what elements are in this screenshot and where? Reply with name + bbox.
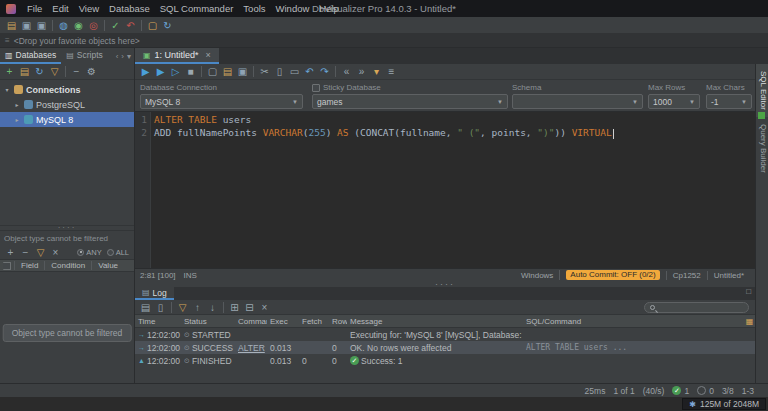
collapse-all-icon[interactable]: ⊟ [242, 300, 257, 314]
close-tab-icon[interactable]: × [206, 50, 211, 60]
tab-scripts[interactable]: ▤ Scripts [61, 48, 108, 64]
export-log-icon[interactable]: ▤ [138, 300, 153, 314]
open-icon[interactable]: ▤ [4, 18, 19, 32]
tree-item-connections[interactable]: ▾Connections [0, 82, 134, 97]
rollback-icon[interactable]: ↶ [123, 18, 138, 32]
line-ending-indicator[interactable]: Windows [515, 271, 559, 280]
sql-commander-icon[interactable]: ▢ [145, 18, 160, 32]
settings-icon[interactable]: ⚙ [84, 65, 99, 79]
next-statement-icon[interactable]: » [354, 65, 369, 79]
filter-column-field[interactable]: Field [14, 261, 44, 270]
tab-list-icon[interactable]: ▾ [127, 52, 131, 61]
log-column-status[interactable]: Status [181, 317, 235, 326]
expand-all-icon[interactable]: ⊞ [227, 300, 242, 314]
disconnect-icon[interactable]: ◎ [86, 18, 101, 32]
execute-icon[interactable]: ▶ [138, 65, 153, 79]
execute-current-icon[interactable]: ▶ [153, 65, 168, 79]
autocommit-badge[interactable]: Auto Commit: OFF (0/2) [566, 270, 659, 280]
bookmarks-icon[interactable]: ▾ [369, 65, 384, 79]
database-dropdown[interactable]: games ▼ [312, 94, 508, 109]
filter-select-all-checkbox[interactable] [3, 262, 11, 270]
tab-log[interactable]: ▤ Log [135, 287, 174, 300]
paste-icon[interactable]: ▭ [287, 65, 302, 79]
create-connection-icon[interactable]: + [2, 65, 17, 79]
remove-filter-icon[interactable]: − [18, 245, 33, 259]
format-sql-icon[interactable]: ≡ [384, 65, 399, 79]
code-line[interactable]: ADD fullNamePoints VARCHAR(255) AS (CONC… [154, 126, 614, 139]
menu-window[interactable]: Window [271, 3, 315, 14]
cut-icon[interactable]: ✂ [257, 65, 272, 79]
log-column-message[interactable]: Message [347, 317, 523, 326]
log-column-fetch[interactable]: Fetch [299, 317, 329, 326]
open-sql-icon[interactable]: ▤ [220, 65, 235, 79]
refresh-icon[interactable]: ↻ [160, 18, 175, 32]
create-connection-icon[interactable]: ◍ [56, 18, 71, 32]
log-search-input[interactable] [658, 303, 743, 312]
radio-any[interactable]: ANY [77, 248, 101, 257]
sticky-database-checkbox[interactable] [312, 84, 320, 92]
connection-dropdown[interactable]: MySQL 8 ▼ [140, 94, 303, 109]
menu-file[interactable]: File [22, 3, 47, 14]
tab-next-icon[interactable]: › [121, 52, 124, 61]
log-column-exec[interactable]: Exec [267, 317, 299, 326]
connect-icon[interactable]: ◉ [71, 18, 86, 32]
prev-statement-icon[interactable]: « [339, 65, 354, 79]
log-row[interactable]: ▲12:02:00⊙FINISHED0.01300✓Success: 1 [135, 354, 755, 367]
max-chars-dropdown[interactable]: -1 ▼ [706, 94, 752, 109]
menu-sql-commander[interactable]: SQL Commander [155, 3, 239, 14]
drop-area[interactable]: ≡ <Drop your favorite objects here> [0, 34, 768, 48]
create-folder-icon[interactable]: ▤ [17, 65, 32, 79]
refresh-icon[interactable]: ↻ [32, 65, 47, 79]
column-setup-icon[interactable]: ▦ [745, 317, 754, 326]
command-link[interactable]: ALTER [238, 343, 265, 353]
menu-tools[interactable]: Tools [238, 3, 270, 14]
undo-icon[interactable]: ↶ [302, 65, 317, 79]
expand-icon[interactable]: ▾ [3, 86, 11, 93]
clear-log-icon[interactable]: × [257, 300, 272, 314]
log-column-sql-command[interactable]: SQL/Command [523, 317, 755, 326]
filter-log-icon[interactable]: ▽ [175, 300, 190, 314]
menu-edit[interactable]: Edit [47, 3, 73, 14]
tab-prev-icon[interactable]: ‹ [116, 52, 119, 61]
sql-editor[interactable]: 12 ALTER TABLE usersADD fullNamePoints V… [135, 112, 755, 268]
tree-item-mysql-8[interactable]: ▸MySQL 8 [0, 112, 134, 127]
filter-disabled-button[interactable]: Object type cannot be filtered [3, 324, 132, 342]
save-all-icon[interactable]: ▣ [34, 18, 49, 32]
expand-icon[interactable]: ▸ [13, 101, 21, 108]
commit-icon[interactable]: ✓ [108, 18, 123, 32]
collapse-all-icon[interactable]: − [69, 65, 84, 79]
schema-dropdown[interactable]: ▼ [512, 94, 643, 109]
stop-icon[interactable]: ■ [183, 65, 198, 79]
filter-column-value[interactable]: Value [91, 261, 124, 270]
copy-log-icon[interactable]: ▯ [153, 300, 168, 314]
apply-filter-icon[interactable]: ▽ [33, 245, 48, 259]
tab-databases[interactable]: ▥ Databases [0, 48, 61, 64]
redo-icon[interactable]: ↷ [317, 65, 332, 79]
code-area[interactable]: ALTER TABLE usersADD fullNamePoints VARC… [151, 112, 614, 268]
new-sql-icon[interactable]: ▢ [205, 65, 220, 79]
radio-all[interactable]: ALL [107, 248, 129, 257]
tree-item-postgresql[interactable]: ▸PostgreSQL [0, 97, 134, 112]
autocommit-segment[interactable]: Auto Commit: OFF (0/2) [559, 270, 665, 280]
menu-database[interactable]: Database [104, 3, 155, 14]
menu-help[interactable]: Help [314, 3, 344, 14]
log-row[interactable]: →12:02:00⊙SUCCESSALTER0.0130OK. No rows … [135, 341, 755, 354]
sort-desc-icon[interactable]: ↓ [205, 300, 220, 314]
add-filter-icon[interactable]: + [3, 245, 18, 259]
maximize-panel-icon[interactable]: □ [746, 287, 751, 296]
code-line[interactable]: ALTER TABLE users [154, 113, 614, 126]
log-row[interactable]: →12:02:00⊙STARTEDExecuting for: 'MySQL 8… [135, 328, 755, 341]
filter-icon[interactable]: ▽ [47, 65, 62, 79]
right-tab-query-builder[interactable]: Query Builder [756, 117, 768, 180]
expand-icon[interactable]: ▸ [13, 116, 21, 123]
save-sql-icon[interactable]: ▣ [235, 65, 250, 79]
sort-asc-icon[interactable]: ↑ [190, 300, 205, 314]
log-column-command[interactable]: Command [235, 317, 267, 326]
log-column-rows[interactable]: Rows [329, 317, 347, 326]
log-search-box[interactable] [644, 302, 749, 313]
filter-column-condition[interactable]: Condition [44, 261, 91, 270]
max-rows-dropdown[interactable]: 1000 ▼ [648, 94, 700, 109]
execute-buffer-icon[interactable]: ▷ [168, 65, 183, 79]
memory-indicator[interactable]: ✱ 125M of 2048M [682, 398, 766, 410]
encoding-indicator[interactable]: Cp1252 [666, 271, 707, 280]
